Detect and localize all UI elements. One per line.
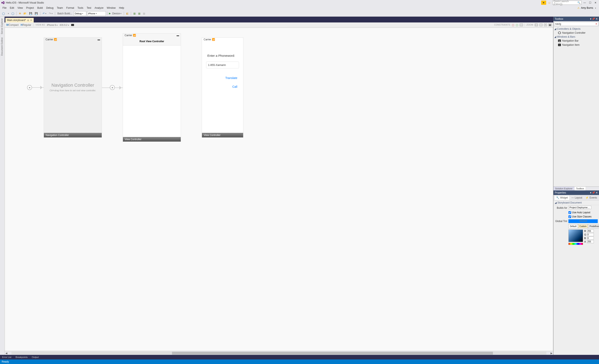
menu-project[interactable]: Project <box>25 6 35 10</box>
orientation-icon[interactable] <box>71 24 74 26</box>
nav-back-menu[interactable] <box>7 11 10 16</box>
notification-flag-button[interactable]: ▼ <box>541 1 546 5</box>
device-selector[interactable]: iPhone 6 <box>47 24 58 26</box>
open-button[interactable]: 📂 <box>23 11 27 16</box>
canvas-hscrollbar[interactable]: ◀ ▶ <box>5 351 553 355</box>
feedback-icon[interactable]: ☺ <box>548 1 551 4</box>
nav-back-button[interactable]: ◯ <box>1 11 6 16</box>
zoom-in-button[interactable]: + <box>544 24 547 26</box>
device-button[interactable]: Device <box>112 11 123 16</box>
color-picker-hue[interactable] <box>568 243 583 245</box>
toolbox-item-nav-controller[interactable]: Navigation Controller <box>554 31 598 35</box>
tb-icon-2[interactable]: ▦ <box>132 11 136 16</box>
panel-close-icon[interactable]: ✕ <box>596 191 598 194</box>
tint-default-button[interactable]: Default <box>568 224 578 228</box>
phoneword-input[interactable]: 1-855-Xamarin <box>206 61 239 68</box>
menu-format[interactable]: Format <box>65 6 76 10</box>
menu-window[interactable]: Window <box>105 6 117 10</box>
menu-view[interactable]: View <box>16 6 25 10</box>
undo-button[interactable]: ↶ <box>42 11 47 16</box>
nav-fwd-button[interactable]: ◯ <box>11 11 15 16</box>
maximize-button[interactable]: ☐ <box>588 1 592 5</box>
toolbox-item-nav-bar[interactable]: ▬Navigation Bar <box>554 39 598 43</box>
panel-pin-icon[interactable]: 📌 <box>592 17 595 20</box>
menu-file[interactable]: File <box>1 6 8 10</box>
clear-search-icon[interactable]: ✕ <box>595 22 597 25</box>
toolbox-search-input[interactable]: navig ✕ <box>554 22 598 26</box>
prop-tab-layout[interactable]: —Layout <box>570 195 584 200</box>
close-tab-icon[interactable]: ✕ <box>30 19 32 22</box>
menu-debug[interactable]: Debug <box>44 6 55 10</box>
tb-icon-1[interactable]: ◧ <box>125 11 129 16</box>
root-view-controller-scene[interactable]: Carrier 📶▬ Root View Controller View Con… <box>123 33 181 142</box>
tab-toolbox[interactable]: Toolbox <box>574 187 586 191</box>
save-all-button[interactable]: 💾 <box>34 11 39 16</box>
zoom-actual-button[interactable]: ▦ <box>548 24 552 26</box>
tab-error-list[interactable]: Error List <box>0 355 14 359</box>
side-tab-doc-outline[interactable]: Document Outline <box>0 36 4 57</box>
call-button[interactable]: Call <box>206 83 239 90</box>
panel-pin-icon[interactable]: 📌 <box>592 191 595 194</box>
panel-close-icon[interactable]: ✕ <box>596 17 598 20</box>
tint-predefined-button[interactable]: Predefined <box>588 224 599 228</box>
ios-selector[interactable]: iOS 9.2 <box>60 24 69 26</box>
zoom-fit-button[interactable]: ⛶ <box>535 24 538 26</box>
nav-bar-title[interactable]: Root View Controller <box>123 37 181 45</box>
toolbox-item-nav-item[interactable]: ＜Navigation Item <box>554 43 598 47</box>
quick-launch-input[interactable]: Quick Launch (Ctrl+Q) 🔍 <box>552 1 581 5</box>
panel-menu-icon[interactable]: ▾ <box>590 191 591 194</box>
tab-breakpoints[interactable]: Breakpoints <box>14 355 30 359</box>
auto-layout-checkbox[interactable]: Use Auto Layout <box>568 211 590 214</box>
redo-button[interactable]: ↷ <box>48 11 53 16</box>
prop-tab-events[interactable]: ⚡Events <box>584 195 599 200</box>
toolbox-group-controllers[interactable]: ◢Controllers & Objects <box>554 27 598 31</box>
prop-section-storyboard[interactable]: ◢Storyboard Document <box>554 200 599 205</box>
zoom-out-button[interactable]: − <box>539 24 542 26</box>
segue-root[interactable]: ▣ <box>102 85 123 90</box>
menu-analyze[interactable]: Analyze <box>93 6 105 10</box>
constraint-btn-2[interactable]: ▢ <box>516 24 518 26</box>
tb-icon-3[interactable]: ▦ <box>137 11 141 16</box>
phoneword-view-controller-scene[interactable]: Carrier 📶 Enter a Phoneword: 1-855-Xamar… <box>202 37 243 138</box>
save-button[interactable]: 💾 <box>28 11 33 16</box>
tab-output[interactable]: Output <box>30 355 41 359</box>
b-input[interactable] <box>587 237 594 240</box>
a-input[interactable] <box>587 240 594 243</box>
tint-custom-button[interactable]: Custom <box>578 224 588 228</box>
panel-menu-icon[interactable]: ▾ <box>590 17 591 20</box>
color-picker-gradient[interactable] <box>568 229 583 242</box>
menu-edit[interactable]: Edit <box>8 6 16 10</box>
constraint-btn-1[interactable]: ▢ <box>512 24 514 26</box>
menu-tools[interactable]: Tools <box>76 6 85 10</box>
storyboard-canvas[interactable]: ▣ Carrier 📶▬ Navigation Controller Ctrl+… <box>5 27 553 351</box>
navigation-controller-scene[interactable]: Carrier 📶▬ Navigation Controller Ctrl+dr… <box>44 37 102 138</box>
document-tab[interactable]: Main.storyboard* ⊙ ✕ <box>5 18 34 22</box>
global-tint-swatch[interactable]: #ff0086ff <box>568 219 598 223</box>
batch-build-button[interactable]: Batch Build... <box>57 11 73 16</box>
platform-dropdown[interactable]: iPhone <box>87 11 106 16</box>
prop-tab-widget[interactable]: 🔧Widget <box>554 195 570 200</box>
phoneword-label[interactable]: Enter a Phoneword: <box>207 54 239 57</box>
g-input[interactable] <box>587 233 594 236</box>
menu-build[interactable]: Build <box>35 6 44 10</box>
user-menu-caret[interactable] <box>594 7 596 9</box>
menu-team[interactable]: Team <box>55 6 64 10</box>
size-class-h[interactable]: HRegular <box>21 24 31 26</box>
toolbox-group-windows-bars[interactable]: ◢Windows & Bars <box>554 35 598 39</box>
size-class-w[interactable]: WCompact <box>6 24 18 26</box>
r-input[interactable] <box>587 229 594 233</box>
config-dropdown[interactable]: Debug <box>74 11 86 16</box>
translate-button[interactable]: Translate <box>206 75 239 81</box>
menu-test[interactable]: Test <box>85 6 93 10</box>
pin-icon[interactable]: ⊙ <box>27 19 29 21</box>
close-button[interactable]: ✕ <box>593 1 598 5</box>
side-tab-server-explorer[interactable]: Server Explorer <box>0 17 4 36</box>
minimize-button[interactable]: — <box>582 1 587 5</box>
constraint-btn-3[interactable]: ▢ <box>520 24 523 26</box>
menu-help[interactable]: Help <box>117 6 126 10</box>
tab-solution-explorer[interactable]: Solution Explorer <box>554 187 574 191</box>
size-classes-checkbox[interactable]: Use Size Classes <box>568 215 591 218</box>
builds-for-dropdown[interactable]: Project Deployment Target <box>568 206 591 209</box>
tab-overflow[interactable] <box>549 19 552 22</box>
new-button[interactable]: ✚ <box>18 11 22 16</box>
